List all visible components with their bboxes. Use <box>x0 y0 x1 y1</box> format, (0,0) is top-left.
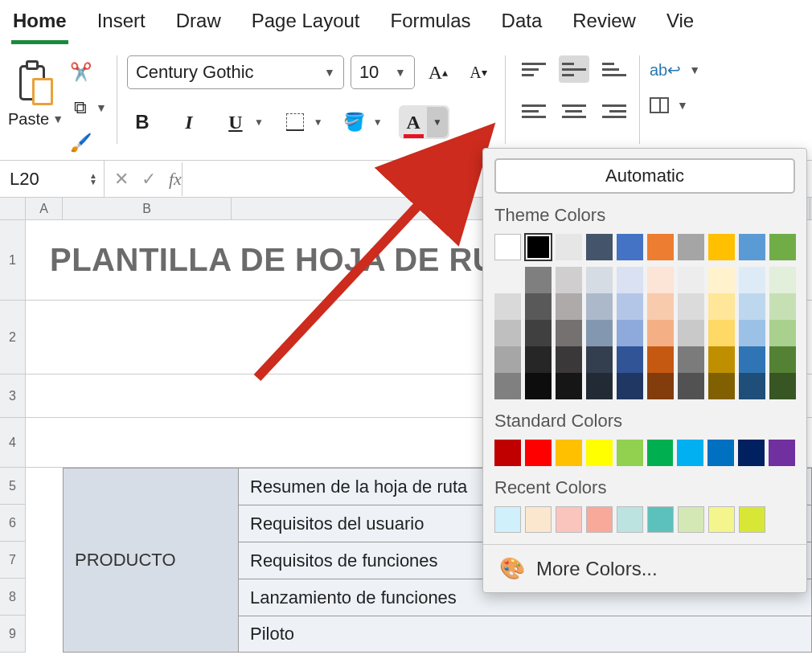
chevron-down-icon[interactable]: ▼ <box>314 117 323 128</box>
color-swatch[interactable] <box>617 506 643 533</box>
color-swatch[interactable] <box>617 346 643 373</box>
color-swatch[interactable] <box>586 440 613 466</box>
chevron-down-icon[interactable]: ▼ <box>324 66 335 79</box>
tab-insert[interactable]: Insert <box>96 6 147 44</box>
color-swatch[interactable] <box>647 293 674 320</box>
color-swatch[interactable] <box>739 346 765 373</box>
formula-confirm-button[interactable]: ✓ <box>141 169 156 190</box>
align-middle-button[interactable] <box>559 55 589 83</box>
color-swatch[interactable] <box>525 267 552 293</box>
tab-home[interactable]: Home <box>11 6 68 44</box>
increase-font-size-button[interactable]: A▴ <box>421 55 455 89</box>
color-swatch[interactable] <box>708 234 735 260</box>
italic-button[interactable]: I <box>174 107 204 137</box>
color-swatch[interactable] <box>525 293 552 320</box>
chevron-down-icon[interactable]: ▼ <box>96 101 107 114</box>
color-swatch[interactable] <box>708 267 735 293</box>
align-right-button[interactable] <box>599 97 630 125</box>
color-swatch[interactable] <box>707 440 734 466</box>
chevron-down-icon[interactable]: ▼ <box>395 66 406 79</box>
borders-button[interactable] <box>280 107 310 137</box>
color-swatch[interactable] <box>708 373 735 399</box>
color-swatch[interactable] <box>678 346 704 373</box>
color-swatch[interactable] <box>739 506 765 533</box>
color-swatch[interactable] <box>739 293 765 320</box>
row-header[interactable]: 8 <box>0 579 26 616</box>
color-swatch[interactable] <box>586 293 613 320</box>
cut-button[interactable]: ✂️ <box>68 60 107 84</box>
color-swatch[interactable] <box>617 267 643 293</box>
align-top-button[interactable] <box>519 55 549 83</box>
underline-button[interactable]: U <box>220 107 251 137</box>
color-swatch[interactable] <box>494 373 521 399</box>
color-swatch[interactable] <box>677 440 703 466</box>
font-color-button[interactable]: A ▼ <box>399 105 449 139</box>
color-swatch[interactable] <box>647 346 674 373</box>
color-swatch[interactable] <box>678 267 704 293</box>
tab-formulas[interactable]: Formulas <box>389 6 473 44</box>
wrap-text-button[interactable]: ab↩▼ <box>650 60 700 80</box>
chevron-down-icon[interactable]: ▼ <box>52 113 64 125</box>
color-swatch[interactable] <box>617 234 643 260</box>
color-swatch[interactable] <box>678 320 704 346</box>
color-swatch[interactable] <box>739 320 765 346</box>
formula-cancel-button[interactable]: ✕ <box>114 169 129 190</box>
decrease-font-size-button[interactable]: A▾ <box>461 55 495 89</box>
color-swatch[interactable] <box>739 373 765 399</box>
paste-button[interactable]: Paste ▼ <box>8 55 64 129</box>
color-swatch[interactable] <box>586 320 613 346</box>
color-swatch[interactable] <box>647 506 674 533</box>
chevron-down-icon[interactable]: ▼ <box>689 63 700 76</box>
row-header[interactable]: 4 <box>0 418 26 468</box>
chevron-down-icon[interactable]: ▼ <box>677 99 688 112</box>
color-swatch[interactable] <box>556 267 582 293</box>
color-swatch[interactable] <box>494 346 521 373</box>
color-swatch[interactable] <box>556 293 582 320</box>
color-swatch[interactable] <box>739 267 765 293</box>
color-swatch[interactable] <box>678 373 704 399</box>
color-swatch[interactable] <box>708 346 735 373</box>
name-box[interactable]: L20 ▲▼ <box>0 161 105 198</box>
color-swatch[interactable] <box>617 320 643 346</box>
tab-data[interactable]: Data <box>500 6 544 44</box>
color-swatch[interactable] <box>556 440 582 466</box>
fill-color-button[interactable]: 🪣 <box>339 107 370 137</box>
color-swatch[interactable] <box>525 346 552 373</box>
color-swatch[interactable] <box>617 373 643 399</box>
color-swatch[interactable] <box>769 320 796 346</box>
row-header[interactable]: 9 <box>0 616 26 653</box>
chevron-down-icon[interactable]: ▼ <box>254 117 264 128</box>
color-swatch[interactable] <box>769 346 796 373</box>
color-swatch[interactable] <box>678 234 704 260</box>
font-name-combo[interactable]: Century Gothic ▼ <box>127 55 344 89</box>
copy-button[interactable]: ⧉▼ <box>68 96 107 120</box>
color-swatch[interactable] <box>647 267 674 293</box>
color-swatch[interactable] <box>617 293 643 320</box>
color-swatch[interactable] <box>769 234 796 260</box>
format-painter-button[interactable]: 🖌️ <box>68 131 107 155</box>
color-swatch[interactable] <box>586 346 613 373</box>
color-swatch[interactable] <box>556 373 582 399</box>
table-category-cell[interactable]: PRODUCTO <box>63 468 238 653</box>
color-swatch[interactable] <box>494 440 521 466</box>
color-swatch[interactable] <box>494 267 521 293</box>
color-swatch[interactable] <box>525 234 552 260</box>
tab-review[interactable]: Review <box>571 6 638 44</box>
color-swatch[interactable] <box>556 346 582 373</box>
color-swatch[interactable] <box>525 320 552 346</box>
row-header[interactable]: 3 <box>0 374 26 418</box>
color-swatch[interactable] <box>769 440 795 466</box>
row-header[interactable]: 6 <box>0 505 26 542</box>
color-swatch[interactable] <box>739 234 765 260</box>
row-header[interactable]: 5 <box>0 468 26 505</box>
align-center-button[interactable] <box>559 97 589 125</box>
color-swatch[interactable] <box>494 320 521 346</box>
bold-button[interactable]: B <box>127 107 158 137</box>
color-swatch[interactable] <box>586 373 613 399</box>
color-swatch[interactable] <box>586 267 613 293</box>
tab-draw[interactable]: Draw <box>174 6 223 44</box>
color-swatch[interactable] <box>647 440 674 466</box>
name-box-stepper[interactable]: ▲▼ <box>89 173 97 186</box>
color-swatch[interactable] <box>525 373 552 399</box>
font-color-dropdown[interactable]: ▼ <box>427 107 448 137</box>
